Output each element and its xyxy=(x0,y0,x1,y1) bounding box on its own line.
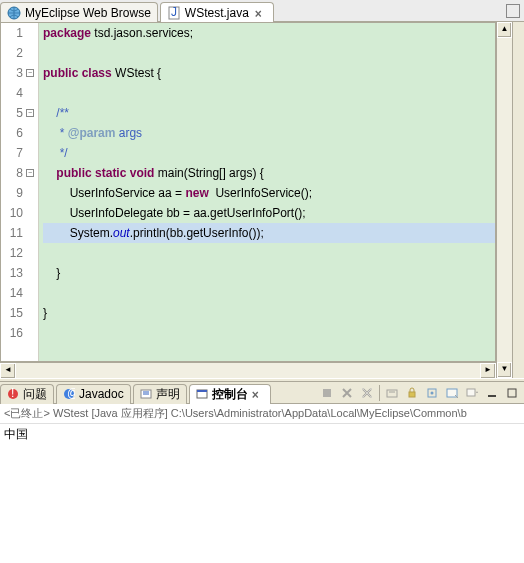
bottom-view-tabs: ! 问题 @ Javadoc 声明 控制台 × xyxy=(0,382,524,404)
code-line[interactable]: package tsd.jason.services; xyxy=(43,23,495,43)
line-number: 12 xyxy=(1,243,34,263)
maximize-icon[interactable] xyxy=(504,385,520,401)
code-line[interactable] xyxy=(43,43,495,63)
line-number: 15 xyxy=(1,303,34,323)
scroll-right-icon[interactable]: ► xyxy=(480,363,496,379)
close-icon[interactable]: × xyxy=(252,388,264,400)
pin-console-icon[interactable] xyxy=(424,385,440,401)
scroll-up-icon[interactable]: ▲ xyxy=(497,22,512,38)
code-line[interactable]: public static void main(String[] args) { xyxy=(43,163,495,183)
code-line[interactable] xyxy=(43,283,495,303)
code-line[interactable]: UserInfoDelegate bb = aa.getUserInfoPort… xyxy=(43,203,495,223)
svg-point-17 xyxy=(431,391,434,394)
fold-icon[interactable]: − xyxy=(26,169,34,177)
tab-problems[interactable]: ! 问题 xyxy=(0,384,54,404)
svg-rect-19 xyxy=(467,389,475,396)
line-number: 1 xyxy=(1,23,34,43)
code-line[interactable] xyxy=(43,323,495,343)
line-number: 7 xyxy=(1,143,34,163)
line-number: 9 xyxy=(1,183,34,203)
line-number: 10 xyxy=(1,203,34,223)
line-number: 2 xyxy=(1,43,34,63)
tab-browser[interactable]: MyEclipse Web Browse xyxy=(0,2,158,22)
line-number: 6 xyxy=(1,123,34,143)
editor-area: 123−45−678−910111213141516 package tsd.j… xyxy=(0,22,524,378)
clear-console-icon[interactable] xyxy=(384,385,400,401)
scroll-track[interactable] xyxy=(497,38,512,362)
svg-rect-12 xyxy=(323,389,331,397)
scroll-lock-icon[interactable] xyxy=(404,385,420,401)
overview-ruler xyxy=(512,22,524,378)
horizontal-scrollbar[interactable]: ◄ ► xyxy=(0,362,496,378)
svg-rect-11 xyxy=(197,390,207,392)
display-selected-icon[interactable] xyxy=(444,385,460,401)
declaration-icon xyxy=(140,388,152,400)
line-gutter: 123−45−678−910111213141516 xyxy=(1,23,39,361)
svg-text:J: J xyxy=(171,6,177,19)
code-line[interactable]: public class WStest { xyxy=(43,63,495,83)
line-number: 14 xyxy=(1,283,34,303)
code-line[interactable]: */ xyxy=(43,143,495,163)
editor-tabs: MyEclipse Web Browse J WStest.java × xyxy=(0,0,524,22)
tab-label: MyEclipse Web Browse xyxy=(25,6,151,20)
console-output[interactable]: 中国 xyxy=(0,424,524,563)
console-text: 中国 xyxy=(4,427,28,441)
close-icon[interactable]: × xyxy=(255,7,267,19)
svg-text:@: @ xyxy=(67,388,75,400)
tab-console[interactable]: 控制台 × xyxy=(189,384,271,404)
code-line[interactable]: System.out.println(bb.getUserInfo()); xyxy=(43,223,495,243)
line-number: 3− xyxy=(1,63,34,83)
code-line[interactable]: /** xyxy=(43,103,495,123)
console-toolbar xyxy=(319,385,524,401)
open-console-icon[interactable] xyxy=(464,385,480,401)
maximize-icon[interactable] xyxy=(506,4,520,18)
line-number: 13 xyxy=(1,263,34,283)
fold-icon[interactable]: − xyxy=(26,109,34,117)
remove-launch-icon[interactable] xyxy=(339,385,355,401)
tab-java-file[interactable]: J WStest.java × xyxy=(160,2,274,22)
line-number: 11 xyxy=(1,223,34,243)
code-line[interactable]: } xyxy=(43,263,495,283)
java-file-icon: J xyxy=(167,6,181,20)
code-line[interactable]: UserInfoService aa = new UserInfoService… xyxy=(43,183,495,203)
code-line[interactable] xyxy=(43,83,495,103)
svg-rect-15 xyxy=(409,392,415,397)
line-number: 5− xyxy=(1,103,34,123)
code-line[interactable] xyxy=(43,243,495,263)
scroll-track[interactable] xyxy=(16,363,480,378)
tab-label: WStest.java xyxy=(185,6,249,20)
line-number: 16 xyxy=(1,323,34,343)
tab-label: 问题 xyxy=(23,386,47,403)
console-icon xyxy=(196,388,208,400)
tab-label: 控制台 xyxy=(212,386,248,403)
terminate-icon[interactable] xyxy=(319,385,335,401)
line-number: 4 xyxy=(1,83,34,103)
line-number: 8− xyxy=(1,163,34,183)
svg-rect-21 xyxy=(508,389,516,397)
tab-label: Javadoc xyxy=(79,387,124,401)
fold-icon[interactable]: − xyxy=(26,69,34,77)
globe-icon xyxy=(7,6,21,20)
tab-declaration[interactable]: 声明 xyxy=(133,384,187,404)
minimize-icon[interactable] xyxy=(484,385,500,401)
tab-label: 声明 xyxy=(156,386,180,403)
code-line[interactable]: } xyxy=(43,303,495,323)
problems-icon: ! xyxy=(7,388,19,400)
scroll-down-icon[interactable]: ▼ xyxy=(497,362,512,378)
remove-all-icon[interactable] xyxy=(359,385,375,401)
code-line[interactable]: * @param args xyxy=(43,123,495,143)
code-area[interactable]: package tsd.jason.services; public class… xyxy=(39,23,495,361)
console-launch-info: <已终止> WStest [Java 应用程序] C:\Users\Admini… xyxy=(0,404,524,424)
tab-javadoc[interactable]: @ Javadoc xyxy=(56,384,131,404)
vertical-scrollbar[interactable]: ▲ ▼ xyxy=(496,22,512,378)
svg-rect-13 xyxy=(387,390,397,397)
svg-text:!: ! xyxy=(11,388,14,400)
javadoc-icon: @ xyxy=(63,388,75,400)
scroll-left-icon[interactable]: ◄ xyxy=(0,363,16,379)
